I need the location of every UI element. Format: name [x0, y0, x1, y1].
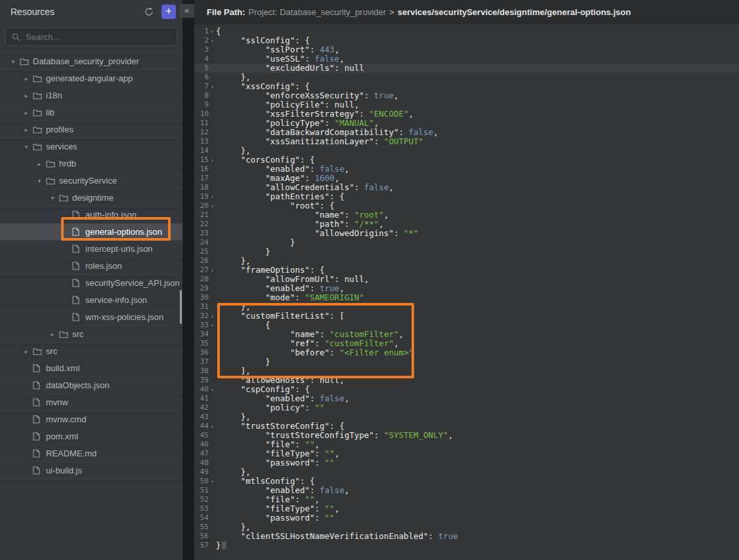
add-resource-button[interactable]: +	[161, 5, 176, 19]
chevron-down-icon[interactable]: ▾	[7, 58, 20, 65]
code-line[interactable]: 30 "mode": "SAMEORIGIN"	[194, 293, 739, 302]
code-line[interactable]: 40▾ "cspConfig": {	[194, 385, 739, 394]
code-line[interactable]: 42 "policy": ""	[194, 403, 739, 412]
code-line[interactable]: 28 "allowFromUrl": null,	[194, 275, 739, 284]
fold-toggle-icon[interactable]: ▾	[209, 82, 216, 91]
code-line[interactable]: 26 },	[194, 256, 739, 266]
code-line[interactable]: 53 "fileType": "",	[194, 504, 739, 513]
code-line[interactable]: 21 "name": "root",	[194, 210, 739, 220]
tree-item-roles.json[interactable]: roles.json	[0, 258, 182, 275]
code-line[interactable]: 17 "maxAge": 1600,	[194, 174, 739, 183]
code-line[interactable]: 33▾ {	[194, 321, 739, 330]
tree-item-mvnw[interactable]: mvnw	[0, 394, 182, 411]
code-line[interactable]: 54 "password": ""	[194, 513, 739, 523]
code-line[interactable]: 16 "enabled": false,	[194, 165, 739, 174]
tree-item-service-info.json[interactable]: service-info.json	[0, 292, 182, 309]
fold-toggle-icon[interactable]: ▾	[209, 422, 216, 431]
chevron-right-icon[interactable]: ▸	[46, 331, 59, 338]
sidebar-scrollbar[interactable]	[180, 290, 182, 324]
tree-item-src[interactable]: ▸src	[0, 343, 182, 360]
code-line[interactable]: 3 "sslPort": 443,	[194, 45, 739, 54]
code-line[interactable]: 57}	[194, 541, 739, 550]
code-line[interactable]: 35 "ref": "customFilter",	[194, 339, 739, 348]
code-line[interactable]: 9 "policyFile": null,	[194, 100, 739, 110]
tree-item-securityService[interactable]: ▾securityService	[0, 172, 182, 190]
code-line[interactable]: 45 "trustStoreConfigType": "SYSTEM_ONLY"…	[194, 431, 739, 440]
code-line[interactable]: 49 },	[194, 468, 739, 477]
fold-toggle-icon[interactable]: ▾	[209, 201, 216, 210]
fold-toggle-icon[interactable]: ▾	[209, 385, 216, 394]
collapse-sidebar-button[interactable]: «	[179, 4, 194, 18]
code-line[interactable]: 32▾ "customFilterList": [	[194, 311, 739, 321]
code-line[interactable]: 50▾ "mtlsConfig": {	[194, 477, 739, 486]
tree-item-general-options.json[interactable]: general-options.json	[0, 224, 182, 241]
code-line[interactable]: 27▾ "frameOptions": {	[194, 266, 739, 275]
tree-item-hrdb[interactable]: ▸hrdb	[0, 155, 182, 172]
tree-item-intercept-urls.json[interactable]: intercept-urls.json	[0, 241, 182, 258]
code-line[interactable]: 51 "enabled": false,	[194, 486, 739, 495]
code-line[interactable]: 43 },	[194, 412, 739, 422]
tree-item-mvnw.cmd[interactable]: mvnw.cmd	[0, 411, 182, 428]
code-line[interactable]: 31 },	[194, 302, 739, 311]
chevron-right-icon[interactable]: ▸	[20, 110, 33, 116]
code-line[interactable]: 37 }	[194, 357, 739, 367]
chevron-right-icon[interactable]: ▸	[20, 348, 33, 355]
tree-item-lib[interactable]: ▸lib	[0, 104, 182, 121]
tree-item-src[interactable]: ▸src	[0, 326, 182, 343]
fold-toggle-icon[interactable]: ▾	[209, 321, 216, 330]
code-line[interactable]: 52 "file": "",	[194, 495, 739, 504]
code-line[interactable]: 8 "enforceXssSecurity": true,	[194, 91, 739, 100]
code-line[interactable]: 15▾ "corsConfig": {	[194, 155, 739, 165]
chevron-down-icon[interactable]: ▾	[33, 178, 46, 184]
code-line[interactable]: 5 "excludedUrls": null	[194, 64, 739, 73]
tree-item-generated-angular-app[interactable]: ▸generated-angular-app	[0, 70, 182, 87]
search-input[interactable]	[26, 32, 171, 42]
code-line[interactable]: 39 "allowedHosts": null,	[194, 376, 739, 385]
code-line[interactable]: 44▾ "trustStoreConfig": {	[194, 422, 739, 431]
fold-toggle-icon[interactable]: ▾	[209, 311, 216, 321]
code-line[interactable]: 4 "useSSL": false,	[194, 54, 739, 64]
tree-item-securityService_API.json[interactable]: securityService_API.json	[0, 275, 182, 292]
code-line[interactable]: 29 "enabled": true,	[194, 284, 739, 293]
chevron-down-icon[interactable]: ▾	[20, 144, 33, 150]
code-line[interactable]: 12 "dataBackwardCompatibility": false,	[194, 128, 739, 137]
fold-toggle-icon[interactable]: ▾	[209, 192, 216, 201]
tree-item-profiles[interactable]: ▸profiles	[0, 121, 182, 138]
code-line[interactable]: 18 "allowCredentials": false,	[194, 183, 739, 192]
code-line[interactable]: 2▾ "sslConfig": {	[194, 36, 739, 45]
code-line[interactable]: 22 "path": "/**",	[194, 220, 739, 229]
code-line[interactable]: 1▾{	[194, 27, 739, 36]
tree-item-i18n[interactable]: ▸i18n	[0, 87, 182, 104]
code-line[interactable]: 38 ],	[194, 367, 739, 376]
tree-item-designtime[interactable]: ▾designtime	[0, 190, 182, 207]
search-box[interactable]	[5, 28, 177, 46]
code-line[interactable]: 55 },	[194, 523, 739, 532]
tree-item-build.xml[interactable]: build.xml	[0, 360, 182, 377]
chevron-right-icon[interactable]: ▸	[20, 75, 33, 82]
refresh-button[interactable]	[142, 5, 156, 19]
code-line[interactable]: 25 }	[194, 247, 739, 256]
code-line[interactable]: 13 "xssSanitizationLayer": "OUTPUT"	[194, 137, 739, 146]
fold-toggle-icon[interactable]: ▾	[209, 266, 216, 275]
fold-toggle-icon[interactable]: ▾	[209, 36, 216, 45]
tree-item-dataObjects.json[interactable]: dataObjects.json	[0, 377, 182, 394]
code-line[interactable]: 7▾ "xssConfig": {	[194, 82, 739, 91]
tree-item-wm-xss-policies.json[interactable]: wm-xss-policies.json	[0, 309, 182, 326]
code-line[interactable]: 11 "policyType": "MANUAL",	[194, 119, 739, 128]
tree-item-pom.xml[interactable]: pom.xml	[0, 428, 182, 445]
code-line[interactable]: 19▾ "pathEntries": {	[194, 192, 739, 201]
code-line[interactable]: 48 "password": ""	[194, 458, 739, 468]
code-line[interactable]: 10 "xssFilterStrategy": "ENCODE",	[194, 110, 739, 119]
tree-item-auth-info.json[interactable]: auth-info.json	[0, 207, 182, 224]
code-line[interactable]: 6 },	[194, 73, 739, 82]
tree-item-ui-build.js[interactable]: ui-build.js	[0, 462, 182, 479]
chevron-right-icon[interactable]: ▸	[33, 161, 46, 167]
tree-item-README.md[interactable]: README.md	[0, 445, 182, 462]
code-line[interactable]: 41 "enabled": false,	[194, 394, 739, 403]
code-line[interactable]: 46 "file": "",	[194, 440, 739, 449]
chevron-right-icon[interactable]: ▸	[20, 92, 33, 99]
fold-toggle-icon[interactable]: ▾	[209, 27, 216, 36]
code-line[interactable]: 14 },	[194, 146, 739, 155]
code-line[interactable]: 20▾ "root": {	[194, 201, 739, 210]
fold-toggle-icon[interactable]: ▾	[209, 155, 216, 165]
